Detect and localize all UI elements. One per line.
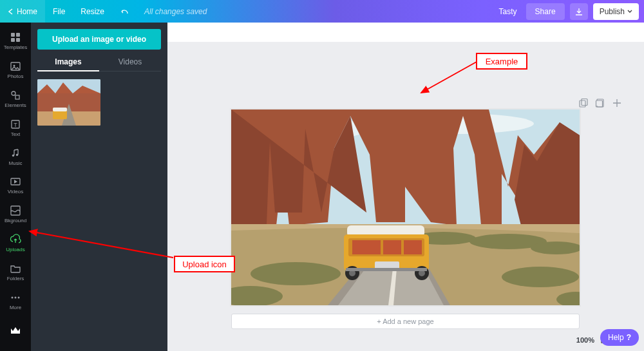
- publish-button[interactable]: Publish: [593, 3, 639, 20]
- svg-rect-1: [16, 33, 20, 37]
- rail-label: More: [10, 305, 21, 310]
- svg-rect-48: [346, 268, 427, 271]
- home-label: Home: [17, 7, 37, 16]
- undo-button[interactable]: [112, 0, 137, 23]
- rail-music[interactable]: Music: [0, 142, 31, 171]
- upload-thumbnail[interactable]: [37, 79, 100, 126]
- annotation-example-box: Example: [476, 53, 527, 70]
- svg-point-14: [12, 297, 14, 299]
- rail-bkground[interactable]: Bkground: [0, 200, 31, 229]
- templates-icon: [10, 32, 21, 43]
- svg-rect-7: [15, 95, 19, 99]
- svg-rect-42: [404, 240, 422, 254]
- svg-line-49: [421, 62, 477, 93]
- download-button[interactable]: [570, 3, 588, 20]
- canvas-image: [231, 109, 580, 305]
- annotation-upload-box: Upload icon: [174, 256, 235, 272]
- svg-point-6: [12, 91, 15, 95]
- tab-videos[interactable]: Videos: [99, 57, 161, 71]
- uploads-icon: [10, 234, 21, 245]
- rail-label: Folders: [7, 276, 24, 281]
- elements-icon: [10, 90, 21, 101]
- annotation-upload-arrow: [27, 229, 175, 261]
- rail-label: Text: [11, 131, 21, 137]
- annotation-example-arrow: [417, 61, 482, 97]
- save-status: All changes saved: [144, 7, 207, 16]
- more-icon: [10, 292, 21, 303]
- rail-label: Templates: [4, 44, 27, 50]
- svg-rect-2: [11, 38, 15, 42]
- rail-folders[interactable]: Folders: [0, 258, 31, 287]
- folders-icon: [10, 263, 21, 274]
- text-icon: T: [10, 119, 21, 130]
- svg-point-15: [15, 297, 17, 299]
- svg-point-33: [251, 262, 341, 285]
- svg-point-16: [18, 297, 20, 299]
- share-button[interactable]: Share: [526, 3, 565, 20]
- svg-point-5: [14, 64, 15, 66]
- rail-label: Elements: [5, 102, 26, 108]
- uploads-panel: Upload an image or video Images Videos: [31, 23, 167, 351]
- rail-more[interactable]: More: [0, 287, 31, 316]
- crown-icon: [10, 325, 21, 336]
- duplicate-page-icon[interactable]: [578, 98, 589, 108]
- copy-page-icon[interactable]: [595, 98, 605, 108]
- background-icon: [10, 205, 21, 216]
- rail-crown[interactable]: [0, 316, 31, 345]
- svg-point-10: [12, 154, 14, 156]
- page-controls: [578, 98, 622, 108]
- canvas-area[interactable]: + Add a new page 100% Help? Example Uplo…: [167, 23, 644, 351]
- videos-icon: [10, 176, 21, 187]
- download-icon: [574, 7, 583, 16]
- svg-rect-3: [16, 38, 20, 42]
- rail-text[interactable]: T Text: [0, 113, 31, 142]
- add-page-button[interactable]: + Add a new page: [231, 314, 580, 329]
- rail-videos[interactable]: Videos: [0, 171, 31, 200]
- help-button[interactable]: Help?: [600, 329, 639, 346]
- nav-rail: Templates Photos Elements T Text Music V…: [0, 23, 31, 351]
- project-name[interactable]: Tasty: [490, 7, 526, 16]
- home-button[interactable]: Home: [0, 0, 45, 23]
- zoom-value[interactable]: 100%: [576, 336, 594, 344]
- chevron-down-icon: [627, 9, 632, 14]
- svg-rect-0: [11, 33, 15, 37]
- rail-photos[interactable]: Photos: [0, 55, 31, 84]
- svg-rect-20: [53, 108, 67, 111]
- svg-line-50: [30, 231, 173, 258]
- rail-label: Videos: [8, 189, 23, 194]
- rail-uploads[interactable]: Uploads: [0, 229, 31, 258]
- music-icon: [10, 147, 21, 159]
- tab-images[interactable]: Images: [37, 57, 99, 71]
- svg-rect-40: [352, 240, 381, 254]
- page-1[interactable]: [231, 109, 580, 305]
- svg-rect-41: [383, 240, 401, 254]
- topbar: Home File Resize All changes saved Tasty…: [0, 0, 644, 23]
- rail-elements[interactable]: Elements: [0, 84, 31, 113]
- rail-label: Photos: [8, 73, 24, 79]
- svg-text:T: T: [14, 122, 17, 128]
- resize-menu[interactable]: Resize: [73, 0, 112, 23]
- svg-rect-22: [582, 99, 587, 106]
- add-page-icon[interactable]: [612, 98, 622, 108]
- rail-label: Bkground: [5, 218, 26, 223]
- rail-label: Uploads: [6, 247, 24, 252]
- svg-point-35: [502, 267, 579, 287]
- rail-templates[interactable]: Templates: [0, 26, 31, 55]
- photos-icon: [10, 61, 21, 72]
- rail-label: Music: [9, 160, 23, 166]
- svg-point-11: [16, 153, 18, 155]
- canvas-topbar: [167, 23, 644, 42]
- svg-rect-21: [580, 100, 585, 107]
- upload-button[interactable]: Upload an image or video: [37, 29, 161, 50]
- file-menu[interactable]: File: [45, 0, 73, 23]
